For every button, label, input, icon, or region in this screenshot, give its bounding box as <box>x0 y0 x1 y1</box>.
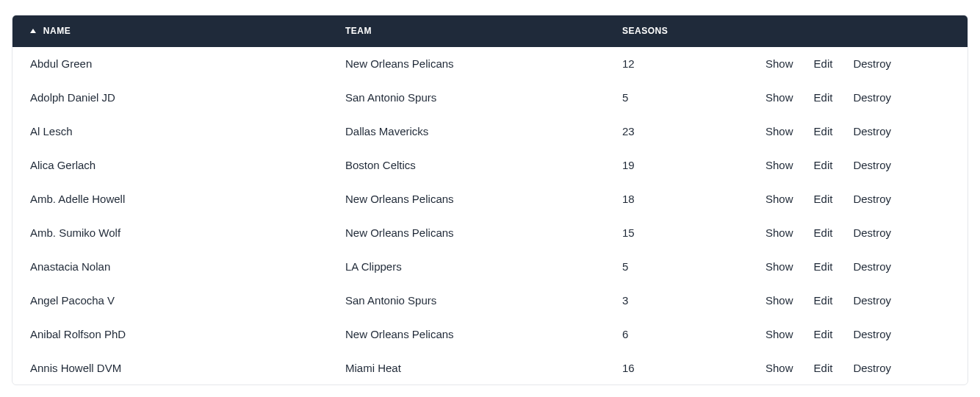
cell-name: Angel Pacocha V <box>12 284 328 318</box>
row-actions: ShowEditDestroy <box>765 159 950 171</box>
cell-team: New Orleans Pelicans <box>328 182 605 216</box>
destroy-link[interactable]: Destroy <box>853 260 891 273</box>
show-link[interactable]: Show <box>765 125 793 137</box>
table-body: Abdul GreenNew Orleans Pelicans12ShowEdi… <box>12 47 968 385</box>
show-link[interactable]: Show <box>765 193 793 205</box>
cell-name: Annis Howell DVM <box>12 351 328 385</box>
destroy-link[interactable]: Destroy <box>853 159 891 171</box>
table-row: Abdul GreenNew Orleans Pelicans12ShowEdi… <box>12 47 968 81</box>
cell-seasons: 18 <box>605 182 748 216</box>
table-row: Anastacia NolanLA Clippers5ShowEditDestr… <box>12 250 968 284</box>
cell-team: New Orleans Pelicans <box>328 216 605 250</box>
cell-seasons: 12 <box>605 47 748 81</box>
edit-link[interactable]: Edit <box>814 226 833 239</box>
cell-actions: ShowEditDestroy <box>748 47 968 81</box>
cell-name: Amb. Sumiko Wolf <box>12 216 328 250</box>
cell-seasons: 23 <box>605 115 748 149</box>
edit-link[interactable]: Edit <box>814 193 833 205</box>
column-header-name[interactable]: NAME <box>12 15 328 47</box>
cell-actions: ShowEditDestroy <box>748 149 968 182</box>
cell-actions: ShowEditDestroy <box>748 318 968 351</box>
destroy-link[interactable]: Destroy <box>853 91 891 104</box>
cell-seasons: 19 <box>605 149 748 182</box>
cell-actions: ShowEditDestroy <box>748 351 968 385</box>
destroy-link[interactable]: Destroy <box>853 57 891 70</box>
destroy-link[interactable]: Destroy <box>853 362 891 374</box>
cell-seasons: 15 <box>605 216 748 250</box>
show-link[interactable]: Show <box>765 57 793 70</box>
cell-actions: ShowEditDestroy <box>748 182 968 216</box>
cell-actions: ShowEditDestroy <box>748 284 968 318</box>
column-header-team-label: TEAM <box>345 26 372 36</box>
cell-team: New Orleans Pelicans <box>328 47 605 81</box>
sort-asc-icon <box>30 29 36 33</box>
cell-actions: ShowEditDestroy <box>748 216 968 250</box>
table-row: Amb. Adelle HowellNew Orleans Pelicans18… <box>12 182 968 216</box>
cell-name: Anibal Rolfson PhD <box>12 318 328 351</box>
show-link[interactable]: Show <box>765 362 793 374</box>
edit-link[interactable]: Edit <box>814 125 833 137</box>
edit-link[interactable]: Edit <box>814 159 833 171</box>
cell-team: San Antonio Spurs <box>328 81 605 115</box>
players-table: NAME TEAM SEASONS Abdul GreenNew Orleans… <box>12 15 968 385</box>
table-row: Amb. Sumiko WolfNew Orleans Pelicans15Sh… <box>12 216 968 250</box>
row-actions: ShowEditDestroy <box>765 193 950 205</box>
edit-link[interactable]: Edit <box>814 260 833 273</box>
cell-name: Al Lesch <box>12 115 328 149</box>
row-actions: ShowEditDestroy <box>765 294 950 307</box>
cell-actions: ShowEditDestroy <box>748 115 968 149</box>
cell-name: Alica Gerlach <box>12 149 328 182</box>
cell-team: San Antonio Spurs <box>328 284 605 318</box>
cell-actions: ShowEditDestroy <box>748 250 968 284</box>
cell-team: Boston Celtics <box>328 149 605 182</box>
edit-link[interactable]: Edit <box>814 294 833 307</box>
table-row: Adolph Daniel JDSan Antonio Spurs5ShowEd… <box>12 81 968 115</box>
edit-link[interactable]: Edit <box>814 57 833 70</box>
row-actions: ShowEditDestroy <box>765 226 950 239</box>
destroy-link[interactable]: Destroy <box>853 193 891 205</box>
row-actions: ShowEditDestroy <box>765 57 950 70</box>
show-link[interactable]: Show <box>765 226 793 239</box>
column-header-team[interactable]: TEAM <box>328 15 605 47</box>
cell-seasons: 5 <box>605 81 748 115</box>
table-row: Angel Pacocha VSan Antonio Spurs3ShowEdi… <box>12 284 968 318</box>
edit-link[interactable]: Edit <box>814 91 833 104</box>
cell-actions: ShowEditDestroy <box>748 81 968 115</box>
column-header-seasons[interactable]: SEASONS <box>605 15 748 47</box>
cell-team: Dallas Mavericks <box>328 115 605 149</box>
cell-name: Anastacia Nolan <box>12 250 328 284</box>
edit-link[interactable]: Edit <box>814 362 833 374</box>
column-header-seasons-label: SEASONS <box>622 26 668 36</box>
edit-link[interactable]: Edit <box>814 328 833 340</box>
table-row: Annis Howell DVMMiami Heat16ShowEditDest… <box>12 351 968 385</box>
row-actions: ShowEditDestroy <box>765 260 950 273</box>
row-actions: ShowEditDestroy <box>765 125 950 137</box>
show-link[interactable]: Show <box>765 294 793 307</box>
table-row: Alica GerlachBoston Celtics19ShowEditDes… <box>12 149 968 182</box>
column-header-name-label: NAME <box>43 26 71 36</box>
column-header-actions <box>748 15 968 47</box>
cell-name: Abdul Green <box>12 47 328 81</box>
show-link[interactable]: Show <box>765 328 793 340</box>
table-row: Al LeschDallas Mavericks23ShowEditDestro… <box>12 115 968 149</box>
row-actions: ShowEditDestroy <box>765 91 950 104</box>
row-actions: ShowEditDestroy <box>765 328 950 340</box>
destroy-link[interactable]: Destroy <box>853 328 891 340</box>
table-row: Anibal Rolfson PhDNew Orleans Pelicans6S… <box>12 318 968 351</box>
destroy-link[interactable]: Destroy <box>853 294 891 307</box>
cell-team: LA Clippers <box>328 250 605 284</box>
cell-seasons: 16 <box>605 351 748 385</box>
cell-team: New Orleans Pelicans <box>328 318 605 351</box>
cell-name: Adolph Daniel JD <box>12 81 328 115</box>
cell-seasons: 5 <box>605 250 748 284</box>
show-link[interactable]: Show <box>765 260 793 273</box>
show-link[interactable]: Show <box>765 159 793 171</box>
destroy-link[interactable]: Destroy <box>853 226 891 239</box>
show-link[interactable]: Show <box>765 91 793 104</box>
cell-team: Miami Heat <box>328 351 605 385</box>
row-actions: ShowEditDestroy <box>765 362 950 374</box>
table-header: NAME TEAM SEASONS <box>12 15 968 47</box>
cell-seasons: 6 <box>605 318 748 351</box>
cell-seasons: 3 <box>605 284 748 318</box>
destroy-link[interactable]: Destroy <box>853 125 891 137</box>
